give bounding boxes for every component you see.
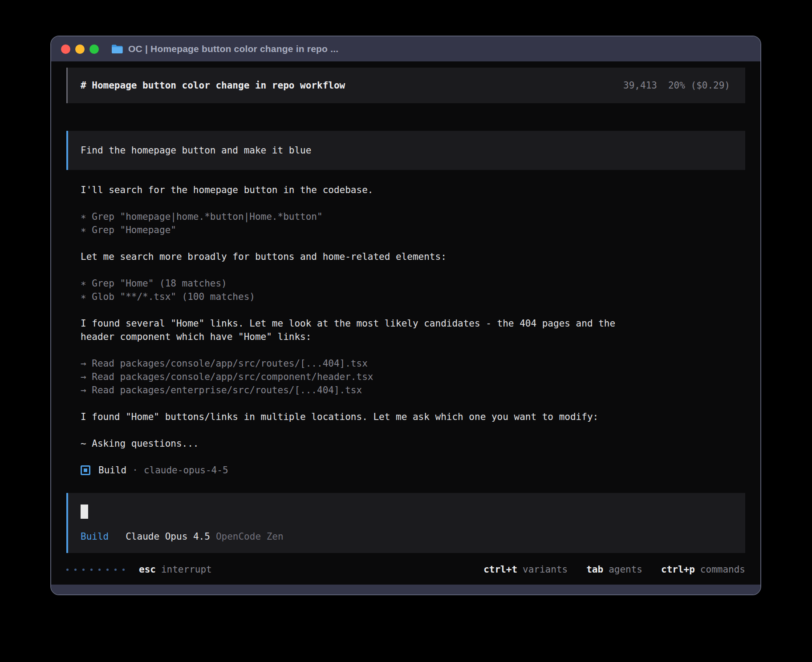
assistant-response: I'll search for the homepage button in t…: [66, 183, 745, 477]
zoom-button[interactable]: [89, 44, 99, 54]
input-model-name: Claude Opus 4.5: [126, 530, 210, 543]
context-usage-cost: 20% ($0.29): [668, 79, 730, 92]
close-button[interactable]: [61, 44, 70, 54]
terminal-window: OC | Homepage button color change in rep…: [50, 36, 761, 595]
assistant-paragraph: I found several "Home" links. Let me loo…: [81, 317, 745, 343]
user-message-text: Find the homepage button and make it blu…: [81, 144, 311, 157]
status-left: esc interrupt: [66, 563, 212, 576]
tool-call-read: → Read packages/enterprise/src/routes/[.…: [81, 383, 745, 397]
asking-questions-status: ~ Asking questions...: [81, 437, 745, 450]
status-right: ctrl+t variants tab agents ctrl+p comman…: [483, 563, 745, 576]
titlebar[interactable]: OC | Homepage button color change in rep…: [51, 36, 760, 61]
status-bar: esc interrupt ctrl+t variants tab agents…: [66, 563, 745, 576]
session-title: # Homepage button color change in repo w…: [81, 79, 345, 92]
tool-call-group: ∗ Grep "Home" (18 matches) ∗ Glob "**/*.…: [81, 277, 745, 303]
window-title: OC | Homepage button color change in rep…: [128, 44, 338, 54]
tool-call-group: → Read packages/console/app/src/routes/[…: [81, 357, 745, 397]
tool-call-read: → Read packages/console/app/src/routes/[…: [81, 357, 745, 370]
working-spinner: [66, 569, 125, 571]
tool-call-read: → Read packages/console/app/src/componen…: [81, 370, 745, 383]
input-meta: Build Claude Opus 4.5 OpenCode Zen: [81, 530, 745, 543]
terminal-content: # Homepage button color change in repo w…: [51, 61, 760, 585]
variants-hint: ctrl+t variants: [483, 563, 568, 576]
tool-call-group: ∗ Grep "homepage|home.*button|Home.*butt…: [81, 210, 745, 237]
esc-key-label: interrupt: [161, 563, 212, 576]
agents-hint: tab agents: [586, 563, 642, 576]
window-bottom-bar: [51, 585, 760, 595]
minimize-button[interactable]: [75, 44, 85, 54]
prompt-input[interactable]: Build Claude Opus 4.5 OpenCode Zen: [66, 493, 745, 553]
commands-hint: ctrl+p commands: [661, 563, 745, 576]
assistant-paragraph: Let me search more broadly for buttons a…: [81, 250, 745, 263]
input-mode-badge: Build: [81, 530, 109, 543]
esc-key-hint: esc: [139, 563, 156, 576]
traffic-lights: [61, 44, 99, 54]
tool-call-grep: ∗ Grep "homepage|home.*button|Home.*butt…: [81, 210, 745, 223]
token-count: 39,413: [623, 79, 657, 92]
input-provider-name: OpenCode Zen: [216, 530, 284, 543]
agent-model: claude-opus-4-5: [144, 464, 228, 477]
agent-status-row: Build · claude-opus-4-5: [81, 464, 745, 477]
build-agent-icon: [81, 465, 90, 475]
session-stats: 39,413 20% ($0.29): [623, 79, 730, 92]
session-header: # Homepage button color change in repo w…: [66, 68, 745, 103]
agent-name: Build: [98, 464, 126, 477]
tool-call-grep: ∗ Grep "Homepage": [81, 223, 745, 237]
agent-separator: ·: [132, 464, 138, 477]
user-message: Find the homepage button and make it blu…: [66, 131, 745, 170]
assistant-paragraph: I'll search for the homepage button in t…: [81, 183, 745, 197]
tool-call-glob: ∗ Glob "**/*.tsx" (100 matches): [81, 290, 745, 303]
tool-call-grep: ∗ Grep "Home" (18 matches): [81, 277, 745, 290]
text-cursor: [81, 505, 88, 519]
folder-icon: [111, 44, 123, 54]
assistant-paragraph: I found "Home" buttons/links in multiple…: [81, 410, 745, 424]
